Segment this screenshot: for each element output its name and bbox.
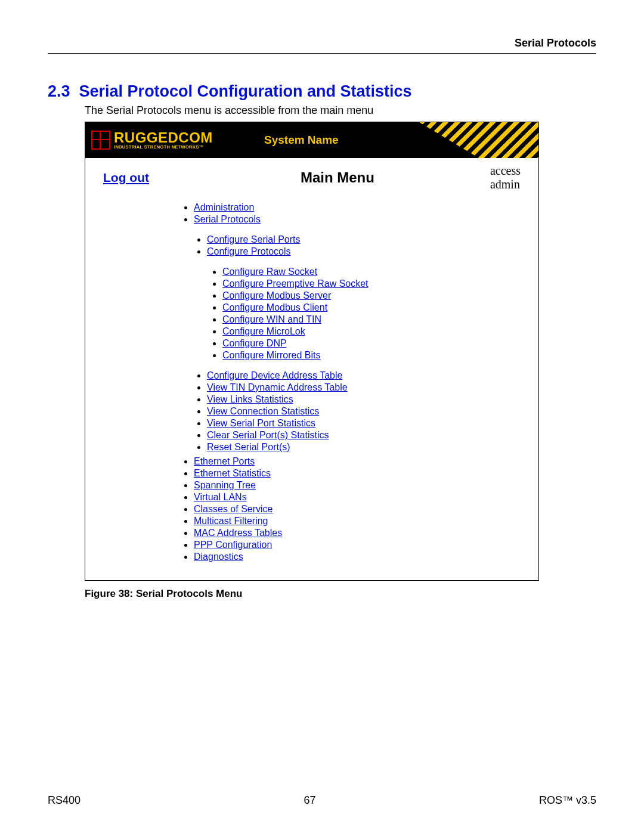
menu-link-multicast-filtering[interactable]: Multicast Filtering (194, 516, 268, 526)
logo-block: RUGGEDCOM INDUSTRIAL STRENGTH NETWORKS™ (85, 131, 213, 150)
menu-link-device-address-table[interactable]: Configure Device Address Table (207, 370, 342, 380)
app-topbar: RUGGEDCOM INDUSTRIAL STRENGTH NETWORKS™ … (85, 122, 538, 158)
menu-item: Diagnostics (194, 552, 521, 562)
menu-item: PPP Configuration (194, 540, 521, 550)
menu-item: MAC Address Tables (194, 528, 521, 538)
menu-link-dnp[interactable]: Configure DNP (222, 338, 287, 348)
menu-item: View Links Statistics (207, 394, 521, 405)
menu-link-administration[interactable]: Administration (194, 202, 254, 212)
menu-item: View Serial Port Statistics (207, 418, 521, 429)
footer-right: ROS™ v3.5 (539, 794, 596, 807)
footer-left: RS400 (48, 794, 80, 807)
menu-item: Configure Protocols (207, 246, 521, 257)
menu-link-reset-serial-ports[interactable]: Reset Serial Port(s) (207, 442, 290, 452)
menu-link-connection-statistics[interactable]: View Connection Statistics (207, 406, 319, 416)
access-line1: access (490, 164, 521, 177)
menu-link-spanning-tree[interactable]: Spanning Tree (194, 480, 256, 490)
menu-item: Multicast Filtering (194, 516, 521, 527)
menu-link-diagnostics[interactable]: Diagnostics (194, 552, 243, 562)
figure-caption: Figure 38: Serial Protocols Menu (85, 588, 596, 600)
menu-level1-bottom: Ethernet Ports Ethernet Statistics Spann… (181, 456, 521, 562)
menu-item: Configure WIN and TIN (222, 314, 521, 325)
menu-link-mac-address-tables[interactable]: MAC Address Tables (194, 528, 282, 538)
menu-level2-top: Configure Serial Ports Configure Protoco… (181, 234, 521, 257)
menu-item: Configure Device Address Table (207, 370, 521, 381)
menu-link-clear-serial-statistics[interactable]: Clear Serial Port(s) Statistics (207, 430, 329, 440)
menu-link-config-serial-ports[interactable]: Configure Serial Ports (207, 234, 301, 244)
section-heading: 2.3 Serial Protocol Configuration and St… (48, 82, 596, 101)
menu-link-serial-port-statistics[interactable]: View Serial Port Statistics (207, 418, 315, 428)
menu-item: Ethernet Ports (194, 456, 521, 467)
menu-item: Classes of Service (194, 504, 521, 515)
logo-icon (91, 131, 110, 150)
embedded-screenshot: RUGGEDCOM INDUSTRIAL STRENGTH NETWORKS™ … (85, 122, 539, 581)
menu-link-classes-of-service[interactable]: Classes of Service (194, 504, 273, 514)
menu-item: Administration (194, 202, 521, 213)
menu-level1-top: Administration Serial Protocols (181, 202, 521, 225)
menu-item: Configure Serial Ports (207, 234, 521, 245)
section-title: Serial Protocol Configuration and Statis… (79, 82, 412, 100)
menu-link-win-tin[interactable]: Configure WIN and TIN (222, 314, 321, 324)
main-menu-title: Main Menu (265, 169, 374, 186)
menu-link-serial-protocols[interactable]: Serial Protocols (194, 214, 261, 224)
menu-body: Administration Serial Protocols Configur… (85, 194, 538, 580)
logo-text: RUGGEDCOM INDUSTRIAL STRENGTH NETWORKS™ (114, 131, 213, 150)
app-subbar: Log out Main Menu access admin (85, 158, 538, 194)
logout-link[interactable]: Log out (103, 171, 149, 185)
menu-link-virtual-lans[interactable]: Virtual LANs (194, 492, 247, 502)
logo-text-main: RUGGEDCOM (114, 131, 213, 145)
menu-item: View Connection Statistics (207, 406, 521, 417)
intro-text: The Serial Protocols menu is accessible … (85, 104, 596, 117)
menu-item: Configure Preemptive Raw Socket (222, 278, 521, 289)
menu-item: Configure Modbus Client (222, 302, 521, 313)
menu-item: Configure Mirrored Bits (222, 350, 521, 361)
page-footer: RS400 67 ROS™ v3.5 (48, 794, 596, 807)
menu-link-mirrored-bits[interactable]: Configure Mirrored Bits (222, 350, 321, 360)
menu-link-raw-socket[interactable]: Configure Raw Socket (222, 267, 317, 277)
menu-level3: Configure Raw Socket Configure Preemptiv… (181, 267, 521, 361)
menu-link-modbus-client[interactable]: Configure Modbus Client (222, 302, 327, 312)
menu-link-modbus-server[interactable]: Configure Modbus Server (222, 290, 331, 301)
system-name: System Name (264, 134, 339, 147)
menu-link-ethernet-ports[interactable]: Ethernet Ports (194, 456, 255, 466)
menu-link-ethernet-statistics[interactable]: Ethernet Statistics (194, 468, 271, 478)
access-level: access admin (490, 164, 521, 191)
menu-link-preemptive-raw-socket[interactable]: Configure Preemptive Raw Socket (222, 278, 369, 289)
menu-link-tin-dynamic-address[interactable]: View TIN Dynamic Address Table (207, 382, 348, 392)
menu-link-config-protocols[interactable]: Configure Protocols (207, 246, 291, 256)
menu-link-ppp-configuration[interactable]: PPP Configuration (194, 540, 272, 550)
menu-item: Clear Serial Port(s) Statistics (207, 430, 521, 441)
page-header-right: Serial Protocols (48, 37, 596, 54)
footer-center: 67 (304, 794, 315, 807)
hazard-stripes-icon (419, 122, 538, 158)
menu-link-links-statistics[interactable]: View Links Statistics (207, 394, 293, 404)
section-number: 2.3 (48, 82, 70, 100)
menu-link-microlok[interactable]: Configure MicroLok (222, 326, 305, 336)
menu-item: Reset Serial Port(s) (207, 442, 521, 453)
menu-level2-bottom: Configure Device Address Table View TIN … (181, 370, 521, 453)
menu-item: Configure MicroLok (222, 326, 521, 337)
menu-item: Virtual LANs (194, 492, 521, 503)
menu-item: Spanning Tree (194, 480, 521, 491)
menu-item: Configure Raw Socket (222, 267, 521, 277)
access-line2: admin (490, 178, 520, 191)
logo-text-sub: INDUSTRIAL STRENGTH NETWORKS™ (114, 145, 213, 150)
menu-item: View TIN Dynamic Address Table (207, 382, 521, 393)
menu-item: Serial Protocols (194, 214, 521, 225)
menu-item: Configure Modbus Server (222, 290, 521, 301)
menu-item: Configure DNP (222, 338, 521, 349)
menu-item: Ethernet Statistics (194, 468, 521, 479)
